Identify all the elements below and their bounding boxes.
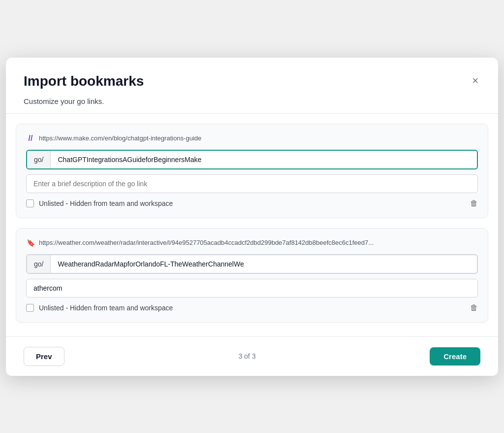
modal-header: Import bookmarks × <box>6 58 498 97</box>
unlisted-checkbox-2[interactable] <box>26 304 34 312</box>
page-indicator: 3 of 3 <box>238 352 255 360</box>
go-input-1[interactable] <box>51 151 477 168</box>
unlisted-left-2: Unlisted - Hidden from team and workspac… <box>26 304 173 312</box>
bookmark-url-row-2: 🔖 https://weather.com/weather/radar/inte… <box>26 238 478 247</box>
go-link-row-1: go/ <box>26 150 478 169</box>
make-favicon-icon: // <box>26 134 35 143</box>
go-prefix-1: go/ <box>27 151 51 168</box>
modal-body: // https://www.make.com/en/blog/chatgpt-… <box>6 124 498 333</box>
bookmark-url-row-1: // https://www.make.com/en/blog/chatgpt-… <box>26 134 478 143</box>
weather-favicon-icon: 🔖 <box>26 238 35 247</box>
bookmark-card-2: 🔖 https://weather.com/weather/radar/inte… <box>16 228 488 323</box>
modal-subtitle: Customize your go links. <box>6 97 498 113</box>
go-input-2[interactable] <box>51 255 477 273</box>
description-input-1[interactable] <box>26 174 478 193</box>
import-bookmarks-modal: Import bookmarks × Customize your go lin… <box>6 58 498 376</box>
create-button[interactable]: Create <box>430 347 480 366</box>
description-input-2[interactable] <box>26 279 478 298</box>
bookmark-card-1: // https://www.make.com/en/blog/chatgpt-… <box>16 124 488 218</box>
unlisted-row-2: Unlisted - Hidden from team and workspac… <box>26 303 478 312</box>
go-link-row-2: go/ <box>26 254 478 274</box>
close-button[interactable]: × <box>470 73 480 88</box>
unlisted-label-2: Unlisted - Hidden from team and workspac… <box>39 304 173 312</box>
unlisted-checkbox-1[interactable] <box>26 200 34 207</box>
modal-footer: Prev 3 of 3 Create <box>6 336 498 376</box>
modal-title: Import bookmarks <box>24 73 144 89</box>
unlisted-label-1: Unlisted - Hidden from team and workspac… <box>39 200 173 207</box>
unlisted-row-1: Unlisted - Hidden from team and workspac… <box>26 199 478 208</box>
prev-button[interactable]: Prev <box>24 347 64 366</box>
bookmark-url-1: https://www.make.com/en/blog/chatgpt-int… <box>39 134 201 142</box>
delete-bookmark-2-icon[interactable]: 🗑 <box>470 303 478 312</box>
unlisted-left-1: Unlisted - Hidden from team and workspac… <box>26 200 173 207</box>
bookmark-url-2: https://weather.com/weather/radar/intera… <box>39 239 374 246</box>
header-divider <box>6 113 498 114</box>
go-prefix-2: go/ <box>27 255 51 273</box>
delete-bookmark-1-icon[interactable]: 🗑 <box>470 199 478 208</box>
